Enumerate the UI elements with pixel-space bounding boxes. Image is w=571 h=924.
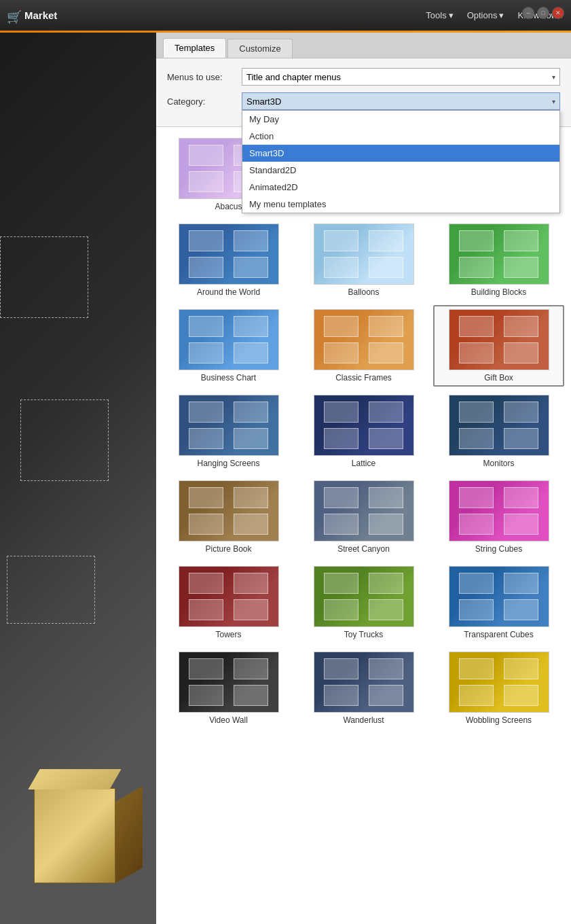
thumb-classic-frames bbox=[314, 309, 414, 370]
label-hanging-screens: Hanging Screens bbox=[197, 459, 259, 468]
dropdown-item-my-day[interactable]: My Day bbox=[242, 111, 559, 128]
grid-item-wanderlust[interactable]: Wanderlust bbox=[298, 647, 429, 729]
close-button[interactable]: ✕ bbox=[552, 7, 564, 19]
label-balloons: Balloons bbox=[348, 287, 379, 297]
box-side bbox=[115, 786, 143, 883]
tab-customize[interactable]: Customize bbox=[227, 39, 292, 58]
thumb-building-blocks bbox=[449, 224, 549, 285]
title-bar-left: 🛒 Market bbox=[7, 10, 57, 22]
grid-item-monitors[interactable]: Monitors bbox=[433, 391, 564, 472]
grid-item-lattice[interactable]: Lattice bbox=[298, 391, 429, 472]
box-front bbox=[34, 788, 115, 883]
grid-item-street-canyon[interactable]: Street Canyon bbox=[298, 476, 429, 558]
thumb-string-cubes bbox=[449, 480, 549, 541]
content-panel: Templates Customize Menus to use: Title … bbox=[156, 33, 571, 924]
dashed-rect-1 bbox=[0, 236, 88, 318]
sidebar-box bbox=[14, 747, 122, 883]
thumb-towers bbox=[179, 566, 279, 627]
grid-item-toy-trucks[interactable]: Toy Trucks bbox=[298, 562, 429, 643]
thumb-video-wall bbox=[179, 652, 279, 713]
thumb-monitors bbox=[449, 395, 549, 456]
grid-item-building-blocks[interactable]: Building Blocks bbox=[433, 219, 564, 301]
template-grid: AbacusAbstract FramesAbstract RingsAroun… bbox=[163, 134, 564, 729]
grid-item-string-cubes[interactable]: String Cubes bbox=[433, 476, 564, 558]
label-monitors: Monitors bbox=[483, 459, 514, 468]
sidebar-content bbox=[0, 33, 156, 924]
label-street-canyon: Street Canyon bbox=[337, 544, 390, 554]
thumb-wanderlust bbox=[314, 652, 414, 713]
category-row: Category: Smart3D ▾ My Day Action Smart3… bbox=[167, 92, 560, 110]
grid-item-around-world[interactable]: Around the World bbox=[163, 219, 294, 301]
thumb-gift-box bbox=[449, 309, 549, 370]
category-label: Category: bbox=[167, 96, 242, 107]
menus-select-arrow: ▾ bbox=[552, 73, 555, 81]
maximize-button[interactable]: □ bbox=[537, 7, 549, 19]
minimize-button[interactable]: – bbox=[522, 7, 534, 19]
options-menu[interactable]: Options ▾ bbox=[467, 10, 504, 20]
thumb-wobbling-screens bbox=[449, 652, 549, 713]
dropdown-item-action[interactable]: Action bbox=[242, 128, 559, 145]
category-select-arrow: ▾ bbox=[552, 98, 555, 105]
menus-label: Menus to use: bbox=[167, 72, 242, 82]
window-controls: – □ ✕ bbox=[522, 7, 564, 19]
grid-item-towers[interactable]: Towers bbox=[163, 562, 294, 643]
grid-item-classic-frames[interactable]: Classic Frames bbox=[298, 305, 429, 387]
label-gift-box: Gift Box bbox=[484, 373, 513, 383]
menus-select[interactable]: Title and chapter menus ▾ bbox=[242, 68, 560, 86]
dashed-rect-3 bbox=[7, 556, 95, 624]
grid-item-picture-book[interactable]: Picture Book bbox=[163, 476, 294, 558]
label-towers: Towers bbox=[215, 630, 241, 639]
title-bar: 🛒 Market Tools ▾ Options ▾ KnowHow ▾ – □… bbox=[0, 0, 571, 31]
thumb-lattice bbox=[314, 395, 414, 456]
label-string-cubes: String Cubes bbox=[475, 544, 522, 554]
tab-bar: Templates Customize bbox=[156, 33, 571, 58]
category-select[interactable]: Smart3D ▾ bbox=[242, 92, 560, 110]
grid-item-business-chart[interactable]: Business Chart bbox=[163, 305, 294, 387]
thumb-picture-book bbox=[179, 480, 279, 541]
market-icon: 🛒 bbox=[7, 10, 22, 22]
label-lattice: Lattice bbox=[352, 459, 375, 468]
label-wobbling-screens: Wobbling Screens bbox=[466, 715, 532, 725]
thumb-business-chart bbox=[179, 309, 279, 370]
label-building-blocks: Building Blocks bbox=[471, 287, 526, 297]
form-area: Menus to use: Title and chapter menus ▾ … bbox=[156, 58, 571, 127]
dropdown-item-standard2d[interactable]: Standard2D bbox=[242, 162, 559, 179]
category-dropdown-container: Smart3D ▾ My Day Action Smart3D Standard… bbox=[242, 92, 560, 110]
dropdown-item-my-menu[interactable]: My menu templates bbox=[242, 196, 559, 213]
label-business-chart: Business Chart bbox=[201, 373, 256, 383]
grid-item-transparent-cubes[interactable]: Transparent Cubes bbox=[433, 562, 564, 643]
grid-item-video-wall[interactable]: Video Wall bbox=[163, 647, 294, 729]
label-picture-book: Picture Book bbox=[205, 544, 251, 554]
category-dropdown-menu: My Day Action Smart3D Standard2D Animate… bbox=[242, 110, 560, 213]
dropdown-item-animated2d[interactable]: Animated2D bbox=[242, 179, 559, 196]
label-toy-trucks: Toy Trucks bbox=[344, 630, 383, 639]
thumb-transparent-cubes bbox=[449, 566, 549, 627]
grid-item-gift-box[interactable]: Gift Box bbox=[433, 305, 564, 387]
thumb-street-canyon bbox=[314, 480, 414, 541]
tab-templates[interactable]: Templates bbox=[163, 38, 226, 58]
label-video-wall: Video Wall bbox=[209, 715, 248, 725]
label-wanderlust: Wanderlust bbox=[343, 715, 384, 725]
tools-menu[interactable]: Tools ▾ bbox=[426, 10, 453, 20]
sidebar-background bbox=[0, 33, 156, 924]
menus-row: Menus to use: Title and chapter menus ▾ bbox=[167, 68, 560, 86]
main-area: Templates Customize Menus to use: Title … bbox=[0, 33, 571, 924]
thumb-toy-trucks bbox=[314, 566, 414, 627]
dashed-rect-2 bbox=[20, 399, 109, 481]
grid-area: AbacusAbstract FramesAbstract RingsAroun… bbox=[156, 127, 571, 924]
thumb-around-world bbox=[179, 224, 279, 285]
box-top bbox=[28, 769, 121, 789]
grid-item-wobbling-screens[interactable]: Wobbling Screens bbox=[433, 647, 564, 729]
grid-item-balloons[interactable]: Balloons bbox=[298, 219, 429, 301]
app-title: Market bbox=[24, 10, 57, 21]
thumb-hanging-screens bbox=[179, 395, 279, 456]
dropdown-item-smart3d[interactable]: Smart3D bbox=[242, 145, 559, 162]
label-abacus: Abacus bbox=[215, 202, 242, 211]
label-transparent-cubes: Transparent Cubes bbox=[464, 630, 533, 639]
grid-item-hanging-screens[interactable]: Hanging Screens bbox=[163, 391, 294, 472]
thumb-balloons bbox=[314, 224, 414, 285]
sidebar bbox=[0, 33, 156, 924]
label-classic-frames: Classic Frames bbox=[335, 373, 392, 383]
label-around-world: Around the World bbox=[197, 287, 260, 297]
